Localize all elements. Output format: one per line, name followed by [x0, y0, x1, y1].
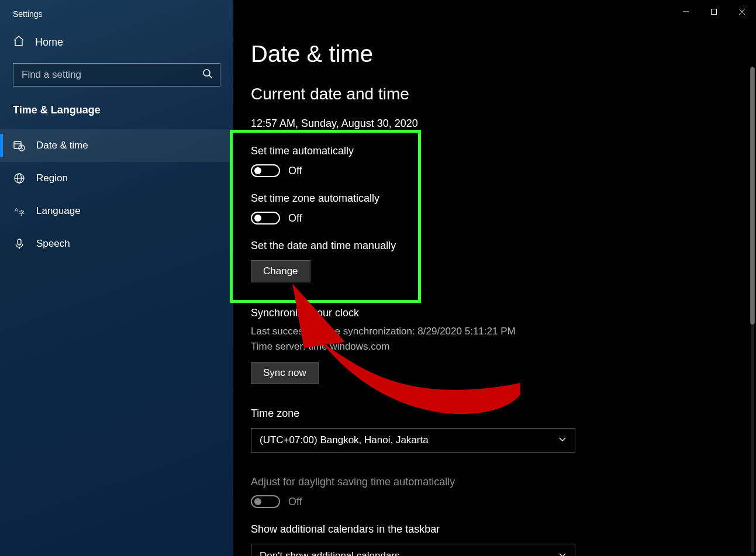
sidebar-item-date-time[interactable]: Date & time	[0, 129, 233, 162]
close-button[interactable]	[728, 0, 756, 23]
chevron-down-icon	[558, 434, 567, 446]
set-time-auto-toggle[interactable]	[251, 164, 280, 177]
scrollbar-thumb[interactable]	[750, 67, 755, 324]
svg-rect-10	[18, 239, 21, 245]
set-tz-auto-state: Off	[288, 212, 302, 225]
chevron-down-icon	[558, 550, 567, 556]
sync-last-value: 8/29/2020 5:11:21 PM	[417, 326, 515, 337]
search-input[interactable]	[13, 64, 220, 86]
additional-cal-label: Show additional calendars in the taskbar	[251, 523, 756, 536]
set-time-auto-label: Set time automatically	[251, 145, 756, 157]
globe-icon	[13, 172, 26, 184]
dst-toggle	[251, 495, 280, 508]
language-icon: A字	[13, 205, 26, 217]
minimize-button[interactable]	[672, 0, 700, 23]
search-box[interactable]	[13, 63, 220, 87]
sidebar-item-label: Date & time	[36, 140, 88, 151]
sync-last-label: Last successful time synchronization:	[251, 326, 417, 337]
svg-text:字: 字	[19, 210, 25, 216]
dst-label: Adjust for daylight saving time automati…	[251, 476, 756, 488]
sidebar-item-label: Language	[36, 205, 81, 217]
timezone-dropdown[interactable]: (UTC+07:00) Bangkok, Hanoi, Jakarta	[251, 428, 575, 453]
calendar-clock-icon	[13, 140, 26, 151]
microphone-icon	[13, 238, 26, 250]
current-heading: Current date and time	[251, 85, 756, 103]
main-content: Date & time Current date and time 12:57 …	[233, 0, 756, 556]
sidebar-item-label: Region	[36, 172, 68, 184]
home-icon	[13, 35, 25, 49]
set-manual-label: Set the date and time manually	[251, 240, 756, 252]
sync-heading: Synchronize your clock	[251, 307, 756, 319]
timezone-value: (UTC+07:00) Bangkok, Hanoi, Jakarta	[260, 434, 429, 446]
timezone-label: Time zone	[251, 407, 756, 420]
sync-server-label: Time server:	[251, 341, 309, 352]
svg-text:A: A	[15, 207, 18, 213]
titlebar	[251, 0, 756, 23]
sidebar: Settings Home Time & Language Date & tim…	[0, 0, 233, 556]
search-icon	[202, 68, 213, 81]
sync-server-value: time.windows.com	[309, 341, 390, 352]
change-button[interactable]: Change	[251, 260, 310, 282]
additional-cal-value: Don't show additional calendars	[260, 550, 400, 556]
home-nav[interactable]: Home	[0, 19, 233, 63]
set-tz-auto-label: Set time zone automatically	[251, 192, 756, 205]
maximize-button[interactable]	[700, 0, 728, 23]
svg-rect-12	[712, 9, 717, 15]
svg-point-0	[203, 70, 210, 76]
set-tz-auto-toggle[interactable]	[251, 212, 280, 225]
category-title: Time & Language	[0, 87, 233, 129]
dst-state: Off	[288, 496, 302, 508]
svg-line-1	[209, 75, 212, 78]
window-title: Settings	[0, 0, 233, 19]
sync-info: Last successful time synchronization: 8/…	[251, 324, 756, 354]
set-time-auto-state: Off	[288, 165, 302, 177]
svg-rect-2	[14, 141, 21, 149]
page-title: Date & time	[251, 41, 756, 67]
additional-cal-dropdown[interactable]: Don't show additional calendars	[251, 544, 575, 556]
sidebar-item-speech[interactable]: Speech	[0, 227, 233, 260]
sync-now-button[interactable]: Sync now	[251, 362, 319, 384]
sidebar-item-language[interactable]: A字 Language	[0, 195, 233, 227]
home-label: Home	[35, 36, 63, 49]
sidebar-item-region[interactable]: Region	[0, 162, 233, 195]
current-datetime: 12:57 AM, Sunday, August 30, 2020	[251, 118, 756, 130]
sidebar-item-label: Speech	[36, 238, 70, 250]
